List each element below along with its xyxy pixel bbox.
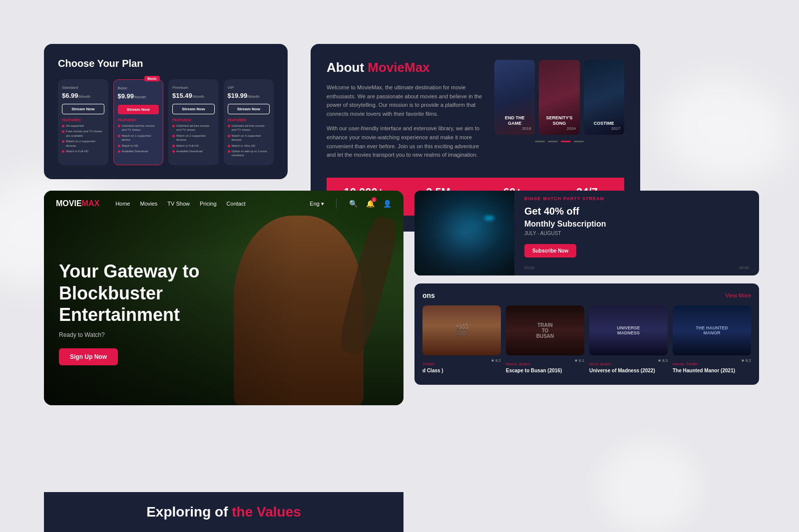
- nav-link-pricing[interactable]: Pricing: [200, 201, 217, 207]
- plan-feature-2: Free movies and TV shows are available: [62, 129, 104, 138]
- movie-card-img-3: UNIVERSEMADNESS: [589, 305, 668, 355]
- binge-dragon-bg: [414, 191, 514, 275]
- time-elapsed: 03:20: [524, 266, 534, 270]
- plan-card-premium: Premium $15.49/Month Stream Now FEATURED…: [168, 79, 219, 165]
- movie-card-info-4: Horror, Thriller ★ 8.2 The Haunted Manor…: [673, 355, 751, 377]
- feature-dot: [118, 135, 120, 137]
- feature-dot: [172, 125, 175, 127]
- feature-dot: [228, 125, 230, 127]
- movie-rating-4: ★ 8.2: [741, 358, 751, 363]
- feature-dot: [62, 125, 64, 127]
- binge-subscribe-button[interactable]: Subscribe Now: [524, 244, 576, 258]
- movie-card-2: TRAINTOBUSAN Horror, Action ★ 8.1 Escape…: [506, 305, 584, 377]
- movie-title-1: END THE GAME: [498, 115, 531, 126]
- plan-features-label-premium: FEATURED: [172, 118, 215, 122]
- pricing-title: Choose Your Plan: [58, 58, 274, 69]
- hero-navbar: MOVIEMAX Home Movies TV Show Pricing Con…: [44, 191, 403, 217]
- plan-price-vip: $19.99/Month: [228, 92, 270, 99]
- search-icon[interactable]: 🔍: [349, 199, 358, 208]
- about-text-section: About MovieMax Welcome to MovieMax, the …: [327, 60, 482, 166]
- pricing-panel: Choose Your Plan Standard $6.99/Month St…: [44, 44, 288, 179]
- movie-genre-3: Sci-fi, Action: [589, 362, 611, 366]
- plan-name-basic: Basic: [118, 86, 159, 90]
- plan-btn-standard[interactable]: Stream Now: [62, 104, 104, 114]
- language-selector[interactable]: Eng ▾: [310, 201, 324, 207]
- nav-link-movies[interactable]: Movies: [140, 201, 157, 207]
- movie-title-2: SERENITY'S SONG: [543, 115, 575, 126]
- movie-list: 🎬 Thriller ★ 8.2 d Class ) TRAINTOBUSAN …: [422, 305, 751, 377]
- movie-card-info-3: Sci-fi, Action ★ 8.3 Universe of Madness…: [589, 355, 668, 377]
- feature-dot: [62, 130, 64, 133]
- plan-btn-premium[interactable]: Stream Now: [172, 104, 215, 114]
- feature-dot: [62, 140, 64, 143]
- feature-dot: [228, 150, 230, 153]
- movie-title-card-2: Escape to Busan (2016): [506, 367, 584, 374]
- movie-title-3: COSTIME: [588, 121, 620, 126]
- nav-link-home[interactable]: Home: [115, 201, 130, 207]
- movie-section-title: ons: [422, 291, 435, 299]
- plans-grid: Standard $6.99/Month Stream Now FEATURED…: [58, 79, 274, 165]
- notification-icon[interactable]: 🔔 1: [366, 199, 375, 208]
- binge-visual: [414, 191, 514, 275]
- view-more-link[interactable]: View More: [725, 292, 751, 298]
- time-duration: 06:00: [739, 266, 749, 270]
- about-desc-1: Welcome to MovieMax, the ultimate destin…: [327, 83, 482, 118]
- plan-price-premium: $15.49/Month: [172, 92, 215, 99]
- binge-info: BINGE WATCH PARTY STREAM Get 40% off Mon…: [514, 191, 759, 275]
- nav-link-contact[interactable]: Contact: [227, 201, 246, 207]
- carousel-dot-1: [535, 141, 545, 142]
- plan-btn-vip[interactable]: Stream Now: [228, 104, 270, 114]
- carousel-dot-2: [548, 141, 558, 142]
- hero-background: MOVIEMAX Home Movies TV Show Pricing Con…: [44, 191, 403, 405]
- hero-panel: MOVIEMAX Home Movies TV Show Pricing Con…: [44, 191, 403, 405]
- exploring-accent: the Values: [232, 504, 301, 520]
- carousel-dot-4: [574, 141, 584, 142]
- movie-rating-2: ★ 8.1: [574, 358, 584, 363]
- feature-dot: [62, 150, 64, 153]
- movie-card-img-2: TRAINTOBUSAN: [506, 305, 584, 355]
- hero-logo: MOVIEMAX: [56, 199, 99, 208]
- plan-features-label-basic: FEATURED: [118, 118, 159, 122]
- background-blob-right: [652, 69, 797, 190]
- movie-title-card-1: d Class ): [422, 367, 501, 374]
- feature-dot: [228, 135, 230, 137]
- feature-dot: [172, 145, 175, 147]
- exploring-title: Exploring of the Values: [56, 504, 392, 520]
- movie-thumb-1: END THE GAME 2018: [494, 60, 535, 135]
- hero-cta-button[interactable]: Sign Up Now: [59, 348, 118, 365]
- feature-dot: [118, 145, 120, 147]
- user-icon[interactable]: 👤: [383, 199, 392, 208]
- right-panel: BINGE WATCH PARTY STREAM Get 40% off Mon…: [414, 191, 759, 385]
- carousel-dot-3: [561, 141, 571, 142]
- hero-content: Your Gateway toBlockbusterEntertainment …: [59, 261, 199, 365]
- movie-genre-2: Horror, Action: [506, 362, 530, 366]
- hero-nav-right: Eng ▾ 🔍 🔔 1 👤: [310, 199, 392, 209]
- feature-dot: [172, 135, 175, 137]
- movie-title-card-3: Universe of Madness (2022): [589, 367, 668, 374]
- movie-year-1: 2018: [522, 126, 531, 131]
- nav-link-tvshow[interactable]: TV Show: [167, 201, 190, 207]
- movie-card-info-1: Thriller ★ 8.2 d Class ): [422, 355, 501, 377]
- binge-label: BINGE WATCH PARTY STREAM: [524, 196, 749, 201]
- movie-genre-1: Thriller: [422, 362, 434, 366]
- binge-period: JULY - AUGUST: [524, 231, 749, 236]
- binge-title: Get 40% off: [524, 205, 749, 217]
- movie-year-3: 2017: [611, 126, 620, 131]
- nav-separator: [336, 199, 337, 209]
- plan-name-standard: Standard: [62, 85, 104, 90]
- movie-genre-4: Horror, Thriller: [673, 362, 698, 366]
- plan-name-vip: VIP: [228, 85, 270, 90]
- about-title: About MovieMax: [327, 60, 482, 75]
- plan-feature-1: Ad supported: [62, 124, 104, 128]
- movie-card-info-2: Horror, Action ★ 8.1 Escape to Busan (20…: [506, 355, 584, 377]
- about-desc-2: With our user-friendly interface and ext…: [327, 124, 482, 159]
- movie-thumb-3: COSTIME 2017: [584, 60, 624, 135]
- hero-nav-links: Home Movies TV Show Pricing Contact: [115, 201, 310, 207]
- movie-card-4: THE HAUNTEDMANOR Horror, Thriller ★ 8.2 …: [673, 305, 751, 377]
- movie-thumb-2: SERENITY'S SONG 2024: [539, 60, 579, 135]
- plan-feature-3: Watch on 2 supported devices: [62, 139, 104, 148]
- plan-features-label-standard: FEATURED: [62, 118, 104, 122]
- hero-subtitle: Ready to Watch?: [59, 331, 199, 338]
- plan-btn-basic[interactable]: Stream Now: [118, 105, 159, 114]
- hero-title: Your Gateway toBlockbusterEntertainment: [59, 261, 199, 325]
